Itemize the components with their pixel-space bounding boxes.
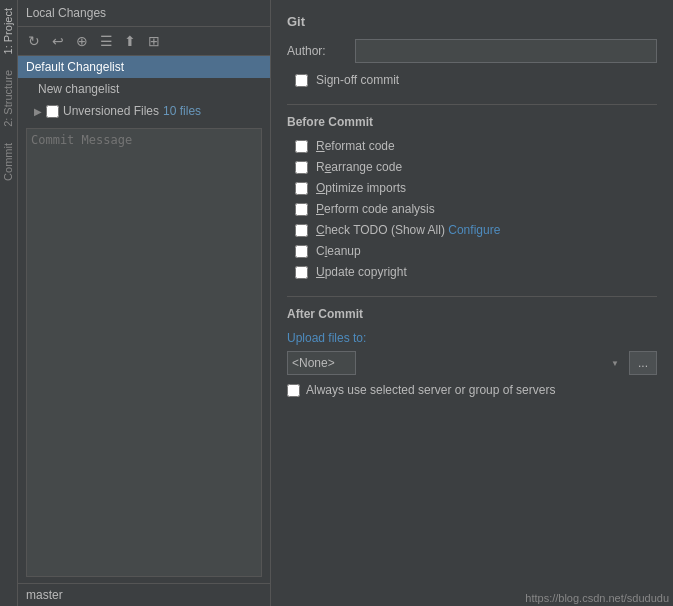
branch-label: master <box>26 588 63 602</box>
panel-header: Local Changes <box>18 0 270 27</box>
upload-select[interactable]: <None> <box>287 351 356 375</box>
separator-1 <box>287 104 657 105</box>
reformat-row: Reformat code <box>287 139 657 153</box>
reformat-label: Reformat code <box>316 139 395 153</box>
todo-row: Check TODO (Show All) Configure <box>287 223 657 237</box>
optimize-label: Optimize imports <box>316 181 406 195</box>
arrow-icon: ▶ <box>34 106 42 117</box>
select-wrapper: <None> <box>287 351 625 375</box>
select-row: <None> ... <box>287 351 657 375</box>
default-changelist-label: Default Changelist <box>26 60 124 74</box>
copyright-label: Update copyright <box>316 265 407 279</box>
reformat-checkbox[interactable] <box>295 140 308 153</box>
separator-2 <box>287 296 657 297</box>
sign-off-row: Sign-off commit <box>287 73 657 87</box>
group-btn[interactable]: ⊕ <box>72 31 92 51</box>
undo-btn[interactable]: ↩ <box>48 31 68 51</box>
commit-message-area <box>18 122 270 583</box>
new-changelist-label: New changelist <box>38 82 119 96</box>
rearrange-row: Rearrange code <box>287 160 657 174</box>
author-input[interactable] <box>355 39 657 63</box>
rearrange-checkbox[interactable] <box>295 161 308 174</box>
right-panel: Git Author: Sign-off commit Before Commi… <box>271 0 673 606</box>
new-changelist-item[interactable]: New changelist <box>18 78 270 100</box>
copyright-checkbox[interactable] <box>295 266 308 279</box>
author-label: Author: <box>287 44 347 58</box>
branch-bar: master <box>18 583 270 606</box>
vtab-project[interactable]: 1: Project <box>0 0 17 62</box>
todo-checkbox[interactable] <box>295 224 308 237</box>
after-commit-title: After Commit <box>287 307 657 321</box>
default-changelist-item[interactable]: Default Changelist <box>18 56 270 78</box>
always-use-label: Always use selected server or group of s… <box>306 383 555 397</box>
before-commit-title: Before Commit <box>287 115 657 129</box>
author-field-row: Author: <box>287 39 657 63</box>
optimize-checkbox[interactable] <box>295 182 308 195</box>
left-panel: Local Changes ↻ ↩ ⊕ ☰ ⬆ ⊞ Default Change… <box>18 0 271 606</box>
upload-files-label: Upload files to: <box>287 331 657 345</box>
vertical-tabs: 1: Project 2: Structure Commit <box>0 0 18 606</box>
commit-message-input[interactable] <box>26 128 262 577</box>
configure-link[interactable]: Configure <box>448 223 500 237</box>
cleanup-label: Cleanup <box>316 244 361 258</box>
unversioned-label: Unversioned Files <box>63 104 159 118</box>
layout-btn[interactable]: ⊞ <box>144 31 164 51</box>
cleanup-checkbox[interactable] <box>295 245 308 258</box>
copyright-row: Update copyright <box>287 265 657 279</box>
sign-off-label: Sign-off commit <box>316 73 399 87</box>
toolbar: ↻ ↩ ⊕ ☰ ⬆ ⊞ <box>18 27 270 56</box>
unversioned-count: 10 files <box>163 104 201 118</box>
cleanup-row: Cleanup <box>287 244 657 258</box>
vtab-commit[interactable]: Commit <box>0 135 17 189</box>
always-use-row: Always use selected server or group of s… <box>287 383 657 397</box>
always-use-checkbox[interactable] <box>287 384 300 397</box>
panel-title: Local Changes <box>26 6 106 20</box>
more-button[interactable]: ... <box>629 351 657 375</box>
git-section-title: Git <box>287 14 657 29</box>
perform-checkbox[interactable] <box>295 203 308 216</box>
unversioned-files-row[interactable]: ▶ Unversioned Files 10 files <box>18 100 270 122</box>
refresh-btn[interactable]: ↻ <box>24 31 44 51</box>
rearrange-label: Rearrange code <box>316 160 402 174</box>
footer-url: https://blog.csdn.net/sdududu <box>521 590 673 606</box>
perform-row: Perform code analysis <box>287 202 657 216</box>
sign-off-checkbox[interactable] <box>295 74 308 87</box>
vtab-structure[interactable]: 2: Structure <box>0 62 17 135</box>
unversioned-checkbox[interactable] <box>46 105 59 118</box>
upload-btn[interactable]: ⬆ <box>120 31 140 51</box>
more-icon: ... <box>638 356 648 370</box>
todo-label: Check TODO (Show All) Configure <box>316 223 500 237</box>
perform-label: Perform code analysis <box>316 202 435 216</box>
optimize-row: Optimize imports <box>287 181 657 195</box>
settings-btn[interactable]: ☰ <box>96 31 116 51</box>
